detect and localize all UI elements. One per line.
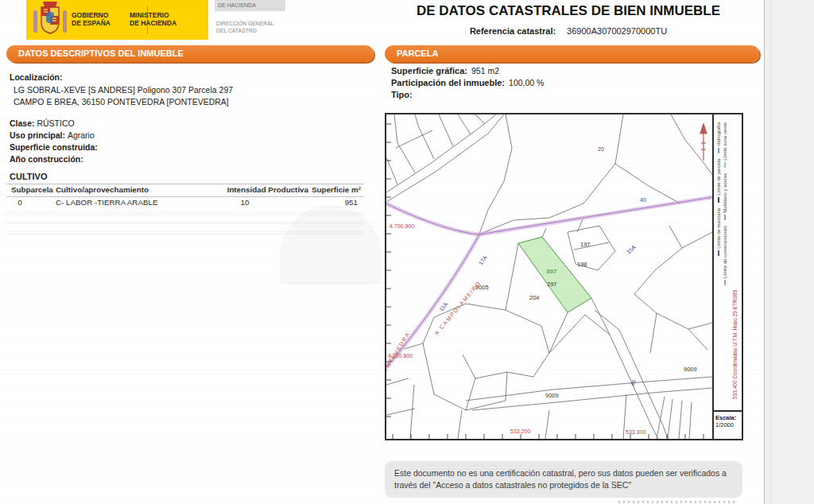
page-edge-line <box>770 0 771 504</box>
legend-label: Hidrografía <box>716 122 721 146</box>
legend-dash-icon <box>724 280 726 285</box>
svg-text:198: 198 <box>577 261 587 268</box>
svg-text:9009: 9009 <box>684 366 697 373</box>
referencia-catastral: Referencia catastral:36900A307002970000T… <box>401 26 735 36</box>
svg-text:204: 204 <box>529 294 540 301</box>
legend-dash-icon <box>718 250 719 256</box>
cultivo-table: Subparcela Cultivo/aprovechamiento Inten… <box>6 184 364 208</box>
legend-row: Límite de construccionesMobiliario y ace… <box>723 118 729 407</box>
address-line-2: CAMPO E BREA, 36150 PONTEVEDRA [PONTEVED… <box>14 97 229 107</box>
svg-text:4.700.900: 4.700.900 <box>390 223 414 229</box>
svg-text:9005: 9005 <box>475 284 489 291</box>
cell-superficie: 951 <box>345 198 358 207</box>
cell-subparcela: 0 <box>10 198 30 207</box>
disclaimer-note: Este documento no es una certificación c… <box>385 461 742 498</box>
participacion-field: Participación del inmueble:100,00 % <box>391 78 544 87</box>
col-superficie: Superficie m² <box>312 185 361 194</box>
escala-label: Escala: <box>715 414 742 421</box>
section-header-datos-descriptivos: DATOS DESCRIPTIVOS DEL INMUEBLE <box>6 45 374 62</box>
north-arrow-icon <box>700 124 707 161</box>
cell-cultivo: C- LABOR -TIERRA ARABLE <box>56 198 157 207</box>
cell-intensidad: 10 <box>229 198 261 207</box>
svg-text:197: 197 <box>580 241 591 248</box>
referencia-label: Referencia catastral: <box>470 26 556 36</box>
referencia-value: 36900A307002970000TU <box>567 26 667 36</box>
cadastral-map: 4.700.9004.700.600533.200533.300A CAMPOL… <box>385 113 743 440</box>
svg-text:17A: 17A <box>478 254 488 266</box>
legend-row: Límite de manzanaLímite de parcelaHidrog… <box>716 118 723 407</box>
svg-text:533.200: 533.200 <box>510 428 530 434</box>
gobierno-label: GOBIERNO DE ESPAÑA <box>72 11 110 27</box>
map-legend: Límite de manzanaLímite de parcelaHidrog… <box>712 114 742 410</box>
svg-text:533.300: 533.300 <box>626 429 645 435</box>
document-title: DE DATOS CATASTRALES DE BIEN INMUEBLE <box>401 3 735 19</box>
map-legend-rotated-text: Límite de manzanaLímite de parcelaHidrog… <box>716 118 742 407</box>
svg-text:307: 307 <box>546 268 557 275</box>
svg-text:20: 20 <box>598 146 604 152</box>
dept-hacienda-box: DE HACIENDA <box>215 0 285 11</box>
uso-principal-field: Uso principal: Agrario <box>10 130 95 140</box>
localizacion-label: Localización: <box>10 72 63 82</box>
legend-label: Límite zona verde <box>723 122 727 161</box>
spain-coat-of-arms-icon <box>31 1 69 39</box>
legend-dash-icon <box>724 215 726 220</box>
legend-dash-icon <box>718 197 719 203</box>
address-line-1: LG SOBRAL-XEVE [S ANDRES] Poligono 307 P… <box>14 85 233 95</box>
cultivo-table-row: 0 C- LABOR -TIERRA ARABLE 10 951 <box>6 197 364 208</box>
col-cultivo: Cultivo/aprovechamiento <box>56 185 149 194</box>
catastro-watermark <box>280 205 382 285</box>
legend-label: Límite de construcciones <box>723 226 727 278</box>
svg-text:15A: 15A <box>626 244 637 255</box>
svg-text:9009: 9009 <box>545 392 559 399</box>
utm-coordinates-note: 533.400 Coordenadas U.T.M. Huso 29 ETRS8… <box>732 118 738 407</box>
scale-box: Escala: 1/2000 <box>712 410 742 439</box>
legend-label: Límite de manzana <box>716 208 721 249</box>
cultivo-title: CULTIVO <box>10 172 47 181</box>
legend-dash-icon <box>724 162 726 168</box>
legend-dash-icon <box>718 148 719 153</box>
svg-text:11A: 11A <box>438 301 448 312</box>
government-logo-banner: GOBIERNO DE ESPAÑA MINISTERIO DE HACIEND… <box>26 0 208 40</box>
direccion-general-catastro-label: DIRECCIÓN GENERAL DEL CATASTRO <box>216 21 274 34</box>
escala-value: 1/2000 <box>715 421 734 428</box>
cultivo-table-header: Subparcela Cultivo/aprovechamiento Inten… <box>6 184 364 197</box>
legend-label: Mobiliario y aceras <box>723 173 727 213</box>
page-right-gutter <box>764 0 814 504</box>
ministerio-label: MINISTERIO DE HACIENDA <box>130 11 176 27</box>
map-labels: 4.700.9004.700.600533.200533.300A CAMPOL… <box>386 146 697 435</box>
cadastral-map-drawing: 4.700.9004.700.600533.200533.300A CAMPOL… <box>386 114 712 439</box>
clipped-footer-text-artifact <box>618 501 738 503</box>
anio-construccion-field: Año construcción: <box>10 154 83 164</box>
section-header-parcela: PARCELA <box>385 45 759 62</box>
svg-text:297: 297 <box>547 281 557 288</box>
superficie-grafica-field: Superficie gráfica:951 m2 <box>391 66 499 76</box>
legend-label: Límite de parcela <box>716 159 721 196</box>
superficie-construida-field: Superficie construida: <box>10 142 98 152</box>
clase-field: Clase: RÚSTICO <box>10 118 75 128</box>
svg-text:40: 40 <box>640 197 646 203</box>
tipo-field: Tipo: <box>391 90 417 99</box>
col-intensidad: Intensidad Productiva <box>189 185 308 194</box>
col-subparcela: Subparcela <box>11 185 53 194</box>
